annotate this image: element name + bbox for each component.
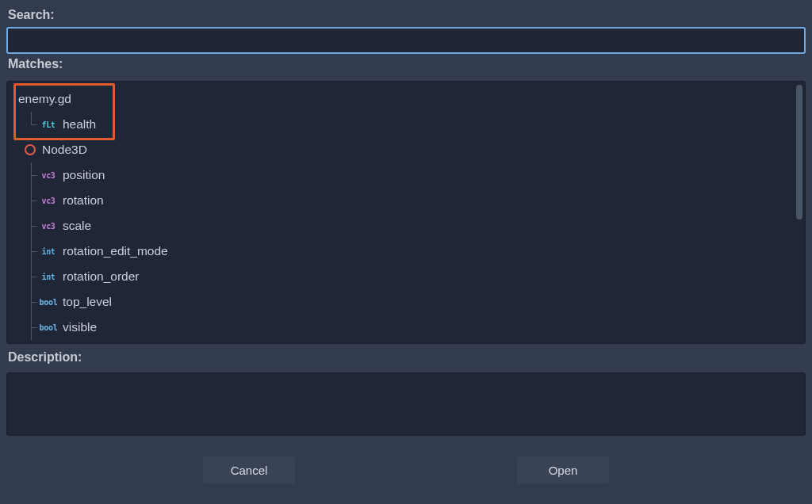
tree-property-rotation-edit-mode[interactable]: int rotation_edit_mode [7,239,794,264]
tree-connector-icon [28,213,39,239]
dialog-footer: Cancel Open [6,436,806,504]
tree-connector-icon [28,289,39,315]
bool-type-icon: bool [39,323,58,332]
vector3-type-icon: vc3 [39,222,58,231]
tree-property-position[interactable]: vc3 position [7,162,794,188]
tree-property-health[interactable]: fLt health [7,112,794,137]
vector3-type-icon: vc3 [39,171,58,180]
tree-property-rotation-order[interactable]: int rotation_order [7,264,794,289]
bool-type-icon: bool [39,298,58,307]
property-label: health [63,117,96,132]
scrollbar-thumb[interactable] [796,85,802,220]
tree-connector-icon [28,188,39,213]
tree-property-visible[interactable]: bool visible [7,315,794,340]
tree-property-rotation[interactable]: vc3 rotation [7,188,794,213]
tree-property-scale[interactable]: vc3 scale [7,213,794,239]
search-input[interactable] [6,27,806,54]
node-name: Node3D [42,143,87,157]
property-label: rotation [63,193,104,208]
float-type-icon: fLt [39,120,58,129]
tree-connector-icon [28,315,39,340]
search-label: Search: [8,8,806,22]
open-button[interactable]: Open [517,456,609,483]
tree-connector-icon [28,112,39,137]
matches-label: Matches: [8,57,806,71]
int-type-icon: int [39,273,58,281]
script-name: enemy.gd [18,92,71,106]
cancel-button[interactable]: Cancel [203,456,295,483]
tree-property-top-level[interactable]: bool top_level [7,289,794,315]
tree-connector-icon [28,162,39,188]
description-panel [6,372,806,436]
description-label: Description: [8,350,806,365]
property-label: position [63,168,105,182]
property-label: rotation_order [63,269,140,284]
vector3-type-icon: vc3 [39,197,58,205]
tree-connector-icon [28,264,39,289]
matches-tree[interactable]: enemy.gd fLt health Node3D vc3 position … [7,82,794,343]
property-label: top_level [63,295,112,309]
matches-panel: enemy.gd fLt health Node3D vc3 position … [6,81,806,344]
node3d-icon [25,144,36,155]
property-label: scale [63,219,91,233]
tree-connector-icon [28,239,39,264]
tree-node-root[interactable]: Node3D [7,137,794,162]
int-type-icon: int [39,247,58,256]
tree-script-root[interactable]: enemy.gd [7,86,794,112]
property-label: visible [63,320,97,334]
property-label: rotation_edit_mode [63,244,168,258]
